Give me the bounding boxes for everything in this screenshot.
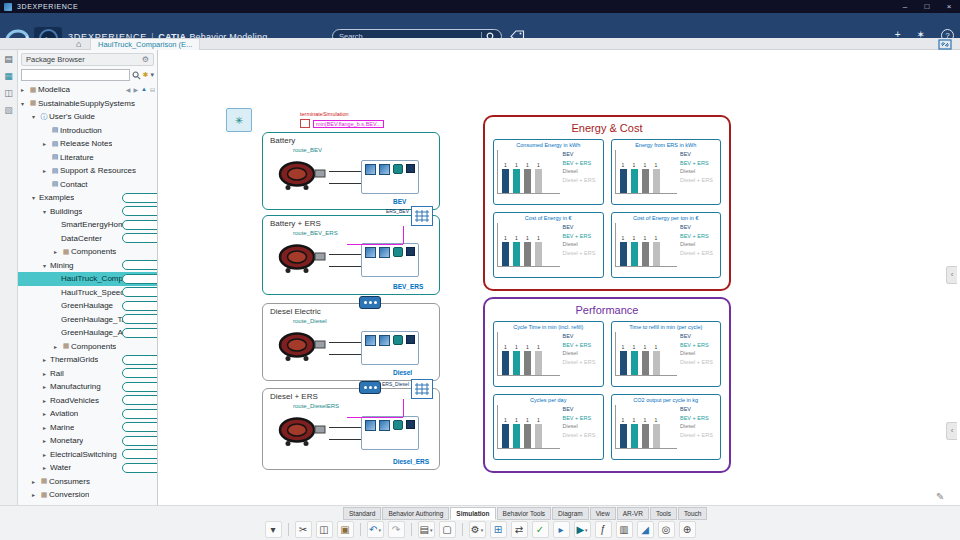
dropdown-caret-icon[interactable]: ▾ — [430, 527, 433, 533]
paste-icon[interactable]: ▣ — [337, 521, 354, 538]
mini-chart[interactable]: Cycle Time in min (incl. refill)1111BEVB… — [493, 321, 604, 387]
home-icon[interactable]: ⌂ — [76, 38, 81, 50]
simulate-icon[interactable]: ▶▾ — [574, 521, 591, 538]
tree-item-smartenergyhome[interactable]: ▣SmartEnergyHome — [18, 218, 157, 232]
tree-item-mining[interactable]: ▾▣Mining — [18, 259, 157, 273]
up-icon[interactable]: ▲ — [141, 86, 147, 93]
expander-icon[interactable]: ▾ — [32, 194, 39, 201]
tree-item-contact[interactable]: ▤Contact — [18, 178, 157, 192]
settings-icon[interactable]: ⚙▾ — [469, 521, 486, 538]
expander-icon[interactable]: ▸ — [43, 424, 50, 431]
tree-item-modelica[interactable]: ▸▦Modelica◀▶▲⊟ — [18, 83, 157, 97]
content-panel-icon[interactable]: ▤ — [4, 54, 13, 64]
mini-chart[interactable]: CO2 output per cycle in kg1111BEVBEV + E… — [611, 394, 722, 460]
check-model-icon[interactable]: ✓ — [532, 521, 549, 538]
collapse-all-icon[interactable]: ⊟ — [150, 86, 155, 93]
tree-item-thermalgrids[interactable]: ▸▣ThermalGrids — [18, 353, 157, 367]
table-icon[interactable]: ▥ — [616, 521, 633, 538]
fuel-station-icon[interactable] — [359, 381, 381, 394]
filter-options-icon[interactable]: ▾ — [150, 69, 154, 81]
haul-truck-icon[interactable] — [276, 414, 328, 448]
script-icon[interactable]: ƒ — [595, 521, 612, 538]
edit-pencil-icon[interactable]: ✎ — [936, 491, 944, 502]
tree-item-consumers[interactable]: ▸▦Consumers — [18, 475, 157, 489]
expander-icon[interactable]: ▸ — [43, 397, 50, 404]
tree-item-components[interactable]: ▸▦Components — [18, 340, 157, 354]
expander-icon[interactable]: ▸ — [32, 491, 39, 498]
expander-icon[interactable]: ▾ — [32, 113, 39, 120]
tree-item-components[interactable]: ▸▦Components — [18, 245, 157, 259]
tree-item-greenhaulage-avgdl-[interactable]: ▣GreenHaulage_AvgdL... — [18, 326, 157, 340]
expander-icon[interactable]: ▸ — [43, 383, 50, 390]
performance-group[interactable]: Performance Cycle Time in min (incl. ref… — [483, 297, 731, 473]
undo-icon[interactable]: ↶▾ — [367, 521, 384, 538]
mini-chart[interactable]: Energy from ERS in kWh1111BEVBEV + ERSDi… — [611, 139, 722, 205]
tree-item-user-s-guide[interactable]: ▾ⓘUser's Guide — [18, 110, 157, 124]
layers-panel-icon[interactable]: ◫ — [4, 88, 13, 98]
expander-icon[interactable]: ▸ — [43, 437, 50, 444]
expander-icon[interactable]: ▸ — [43, 410, 50, 417]
tree-item-release-notes[interactable]: ▸▤Release Notes — [18, 137, 157, 151]
ribbon-tab-view[interactable]: View — [590, 507, 616, 520]
tree-item-sustainablesupplysystems[interactable]: ▾▦SustainableSupplySystems — [18, 97, 157, 111]
ers-grid-icon[interactable] — [411, 206, 433, 226]
powertrain-components[interactable] — [361, 160, 419, 194]
ribbon-tab-tools[interactable]: Tools — [650, 507, 677, 520]
mini-chart[interactable]: Time to refill in min (per cycle)1111BEV… — [611, 321, 722, 387]
model-block-bev_ers[interactable]: Battery + ERS route_BEV_ERS BEV_ERS ERS_… — [262, 215, 440, 295]
macro-icon[interactable]: ⊕ — [679, 521, 696, 538]
ribbon-tab-diagram[interactable]: Diagram — [552, 507, 589, 520]
tree-item-greenhaulage-tablel-[interactable]: ▣GreenHaulage_TableL... — [18, 313, 157, 327]
search-icon[interactable] — [132, 71, 141, 80]
expander-icon[interactable]: ▸ — [43, 451, 50, 458]
ribbon-tab-touch[interactable]: Touch — [678, 507, 707, 520]
duplicate-icon[interactable]: ▢ — [439, 521, 456, 538]
mini-chart[interactable]: Cycles per day1111BEVBEV + ERSDieselDies… — [493, 394, 604, 460]
tree-item-support-resources[interactable]: ▸▤Support & Resources — [18, 164, 157, 178]
package-search-input[interactable] — [21, 69, 130, 81]
tree-item-manufacturing[interactable]: ▸▣Manufacturing — [18, 380, 157, 394]
tree-item-monetary[interactable]: ▸▣Monetary — [18, 434, 157, 448]
model-block-diesel_ers[interactable]: Diesel + ERS route_DieselERS Diesel_ERS … — [262, 388, 440, 470]
clear-filter-icon[interactable]: ✱ — [143, 69, 149, 81]
tree-item-marine[interactable]: ▸▣Marine — [18, 421, 157, 435]
tree-item-haultruck-speeders[interactable]: ▣HaulTruck_SpeedERS — [18, 286, 157, 300]
expander-icon[interactable]: ▸ — [43, 356, 50, 363]
ribbon-tab-standard[interactable]: Standard — [343, 507, 381, 520]
copy-icon[interactable]: ◫ — [316, 521, 333, 538]
powertrain-components[interactable] — [361, 331, 419, 365]
expander-icon[interactable]: ▾ — [43, 262, 50, 269]
collapse-panel-chevron-icon[interactable]: ‹ — [946, 422, 957, 440]
tree-item-electricalswitching[interactable]: ▸▣ElectricalSwitching — [18, 448, 157, 462]
forward-icon[interactable]: ▶ — [133, 86, 138, 93]
dropdown-caret-icon[interactable]: ▾ — [481, 527, 484, 533]
tree-item-greenhaulage[interactable]: ▣GreenHaulage — [18, 299, 157, 313]
ribbon-tab-ar-vr[interactable]: AR-VR — [617, 507, 649, 520]
tree-item-examples[interactable]: ▾▣Examples — [18, 191, 157, 205]
expander-icon[interactable]: ▸ — [21, 86, 28, 93]
model-block-bev[interactable]: Battery route_BEV BEV — [262, 132, 440, 210]
close-button[interactable]: × — [938, 0, 960, 13]
tree-item-conversion[interactable]: ▸▦Conversion — [18, 488, 157, 502]
expander-icon[interactable]: ▸ — [43, 464, 50, 471]
ribbon-tab-behavior-authoring[interactable]: Behavior Authoring — [382, 507, 449, 520]
tree-item-datacenter[interactable]: ▣DataCenter — [18, 232, 157, 246]
terminate-simulation-block[interactable]: min(BEV.flange_b.s,BEV... — [300, 119, 384, 128]
toolbar-overflow-caret-icon[interactable]: ▾ — [265, 521, 282, 538]
tree-item-water[interactable]: ▸▣Water — [18, 461, 157, 475]
dropdown-caret-icon[interactable]: ▾ — [378, 527, 381, 533]
connect-icon[interactable]: ⇄ — [511, 521, 528, 538]
expander-icon[interactable]: ▾ — [21, 100, 28, 107]
expander-icon[interactable]: ▸ — [43, 167, 50, 174]
model-block-diesel[interactable]: Diesel Electric route_Diesel Diesel — [262, 303, 440, 381]
diagram-canvas[interactable]: ✳ terminateSimulation min(BEV.flange_b.s… — [158, 50, 960, 505]
redo-icon[interactable]: ↷ — [388, 521, 405, 538]
document-tab[interactable]: HaulTruck_Comparison (E... — [90, 38, 200, 50]
expander-icon[interactable]: ▸ — [32, 478, 39, 485]
expander-icon[interactable]: ▸ — [43, 140, 50, 147]
tree-item-rail[interactable]: ▸▣Rail — [18, 367, 157, 381]
expander-icon[interactable]: ▾ — [43, 208, 50, 215]
mini-chart[interactable]: Cost of Energy in €1111BEVBEV + ERSDiese… — [493, 212, 604, 278]
gear-icon[interactable]: ⚙ — [142, 55, 149, 64]
tree-item-introduction[interactable]: ▤Introduction — [18, 124, 157, 138]
